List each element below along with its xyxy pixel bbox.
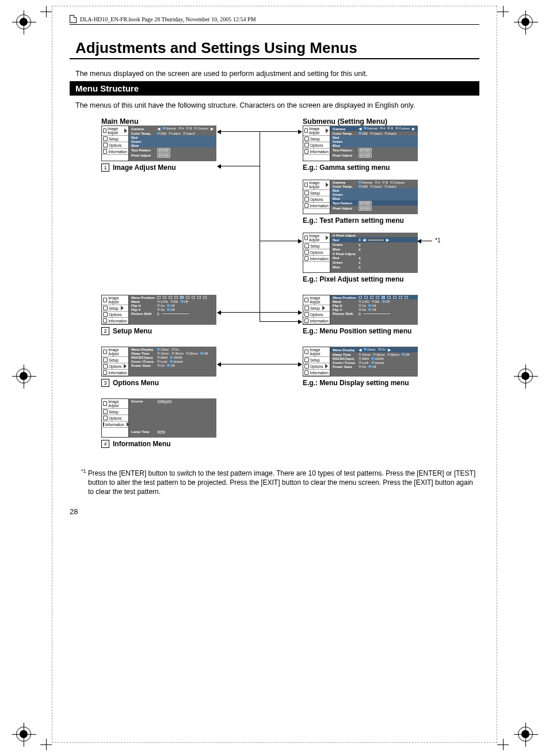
menu-row: Color Temp.D65User1User2: [331, 131, 417, 135]
menu-row-label: Flip V: [131, 308, 155, 311]
chevron-right-icon: [326, 235, 329, 240]
sidebar-item: Setup: [303, 190, 330, 196]
sidebar-label: Options: [310, 197, 323, 202]
menu-row-label: Picture Shift: [333, 312, 357, 316]
sidebar-label: Image Adjust: [309, 181, 323, 189]
menu-row-label: Menu Display: [131, 348, 155, 351]
intro-text: The menus displayed on the screen are us…: [75, 70, 479, 78]
menu-sidebar: Image AdjustSetupOptionsInformation: [101, 126, 129, 161]
sidebar-item: Setup: [303, 136, 330, 142]
menu-icon: [304, 149, 308, 154]
menu-row-label: Flip H: [131, 304, 155, 307]
menu-row-label: Green: [333, 140, 357, 143]
sidebar-item: Setup: [102, 305, 128, 311]
menu-row-label: Zoom / Focus: [333, 361, 357, 364]
menu-icon: [103, 364, 108, 368]
menu-row-label: Flip V: [333, 308, 357, 311]
intro2-text: The menus of this unit have the followin…: [75, 101, 479, 109]
sidebar-item: Image Adjust: [102, 347, 128, 357]
sidebar-label: Information: [310, 204, 329, 208]
menu-row: Flip VOnOff: [331, 307, 417, 311]
sidebar-item: Setup: [102, 136, 128, 142]
note-reference: *1: [435, 237, 440, 244]
sidebar-item: Options: [102, 311, 128, 318]
sidebar-label: Setup: [310, 244, 320, 248]
chevron-right-icon: [326, 183, 329, 187]
menu-row: Source1080p60: [130, 399, 215, 404]
menu-row: Green4: [331, 260, 417, 265]
menu-caption: E.g.: Test Pattern setting menu: [303, 216, 429, 225]
caption-text: Options Menu: [113, 379, 159, 387]
menu-icon: [103, 409, 108, 414]
menu-row-label: Zoom / Focus: [131, 360, 155, 363]
caption-text: E.g.: Gamma setting menu: [303, 164, 390, 172]
menu-sidebar: Image AdjustSetupOptionsInformation: [303, 347, 330, 377]
menu-icon: [304, 306, 309, 310]
menu-screenshot: Image AdjustSetupOptionsInformationGamma…: [303, 180, 418, 214]
menu-icon: [304, 370, 308, 375]
caption-number: 3: [101, 379, 109, 387]
menu-row: Red4 ◀ ▶: [330, 237, 418, 242]
sidebar-label: Options: [109, 364, 121, 368]
sidebar-label: Image Adjust: [309, 234, 323, 242]
menu-row-label: Gamma: [131, 127, 155, 131]
sidebar-item: Information: [303, 203, 330, 209]
sidebar-item: Image Adjust: [303, 347, 330, 357]
menu-row-label: Pixel Adjust: [333, 207, 357, 210]
sidebar-item: Setup: [303, 243, 330, 249]
menu-row: Color Temp.D65User1User2: [331, 184, 417, 188]
menu-row-label: Green: [333, 193, 357, 196]
menu-row: Picture Shift0: [331, 311, 417, 316]
menu-row: Flip HOnOff: [331, 303, 417, 307]
caption-number: 1: [101, 164, 109, 172]
sidebar-item: Setup: [102, 409, 128, 415]
sidebar-item: Options: [303, 249, 330, 256]
menu-row: Mask2.5%5%Off: [130, 299, 215, 303]
menu-caption: E.g.: Gamma setting menu: [303, 164, 429, 172]
menu-row: Red4: [331, 256, 417, 260]
menu-row-label: Mask: [131, 300, 155, 303]
sidebar-item: Options: [303, 142, 330, 149]
menu-sidebar: Image AdjustSetupOptionsInformation: [303, 295, 330, 325]
caption-text: Information Menu: [113, 440, 171, 448]
menu-icon: [304, 312, 309, 317]
menu-caption: 3Options Menu: [101, 379, 216, 387]
menu-row: Red: [330, 135, 418, 139]
menu-row-label: Red: [131, 136, 155, 139]
menu-screenshot: Image AdjustSetupOptionsInformationH Pix…: [303, 233, 418, 273]
sidebar-label: Image Adjust: [310, 296, 329, 304]
sidebar-item: Options: [303, 311, 330, 318]
sidebar-item: Image Adjust: [303, 180, 330, 190]
sidebar-item: Information: [303, 256, 330, 262]
sidebar-item: Options: [303, 196, 330, 203]
caption-text: Image Adjust Menu: [113, 164, 176, 172]
menu-row-label: Flip H: [333, 304, 357, 307]
sidebar-item: Image Adjust: [303, 126, 330, 136]
menu-icon: [304, 244, 309, 248]
menu-icon: [103, 298, 107, 302]
menu-sidebar: Image AdjustSetupOptionsInformation: [101, 398, 129, 438]
sidebar-item: Image Adjust: [102, 295, 128, 305]
menu-icon: [304, 191, 309, 195]
menu-row: Menu Display◀15secOn▶: [330, 347, 418, 352]
menu-icon: [103, 358, 108, 362]
menu-row: Zoom / FocusLockUnlock: [331, 360, 417, 364]
sidebar-label: Options: [310, 364, 323, 368]
caption-text: E.g.: Test Pattern setting menu: [303, 216, 404, 225]
menu-row-label: Red: [333, 238, 357, 242]
chevron-right-icon: [325, 364, 328, 368]
menu-icon: [304, 349, 308, 354]
sidebar-label: Image Adjust: [108, 348, 127, 356]
menu-row: Blue4: [331, 265, 417, 269]
page-number: 28: [70, 507, 479, 516]
menu-row-label: Red: [333, 189, 357, 192]
menu-row-label: Sleep Time: [131, 352, 155, 355]
footnote: *1 Press the [ENTER] button to switch to…: [75, 468, 479, 497]
menu-row: Test PatternENTER: [331, 147, 417, 153]
header-text: DLA-HD10_EN-FR.book Page 28 Thursday, No…: [80, 16, 256, 22]
menu-screenshot: Image AdjustSetupOptionsInformationSourc…: [101, 398, 216, 438]
menu-icon: [304, 318, 308, 323]
caption-text: Setup Menu: [113, 327, 152, 335]
sidebar-label: Options: [310, 143, 323, 147]
menu-icon: [304, 364, 309, 368]
